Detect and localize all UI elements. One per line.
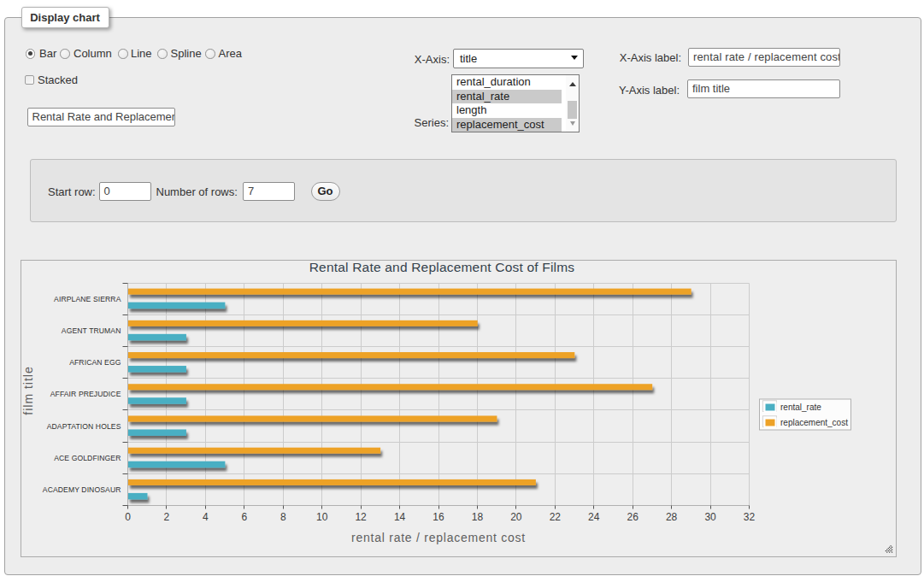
svg-text:32: 32 [744, 511, 756, 523]
svg-text:22: 22 [550, 511, 562, 523]
svg-text:26: 26 [627, 511, 639, 523]
svg-text:16: 16 [433, 511, 444, 523]
svg-text:10: 10 [316, 511, 328, 523]
svg-text:Rental Rate and Replacement Co: Rental Rate and Replacement Cost of Film… [309, 261, 575, 274]
svg-text:24: 24 [588, 511, 600, 523]
svg-text:30: 30 [704, 511, 716, 523]
svg-text:28: 28 [666, 511, 678, 523]
svg-text:rental rate / replacement cost: rental rate / replacement cost [351, 531, 526, 544]
svg-text:rental_rate: rental_rate [780, 403, 821, 412]
svg-text:20: 20 [510, 511, 522, 523]
svg-text:8: 8 [280, 511, 286, 523]
svg-text:6: 6 [241, 511, 247, 523]
svg-text:ADAPTATION HOLES: ADAPTATION HOLES [47, 422, 121, 431]
svg-text:12: 12 [355, 511, 367, 523]
svg-text:14: 14 [394, 511, 406, 523]
svg-text:AGENT TRUMAN: AGENT TRUMAN [62, 326, 121, 335]
svg-text:AFFAIR PREJUDICE: AFFAIR PREJUDICE [50, 390, 121, 398]
svg-text:ACE GOLDFINGER: ACE GOLDFINGER [54, 454, 121, 462]
svg-text:4: 4 [203, 511, 209, 523]
svg-text:film title: film title [21, 366, 35, 414]
svg-text:AIRPLANE SIERRA: AIRPLANE SIERRA [54, 295, 121, 303]
svg-text:replacement_cost: replacement_cost [780, 418, 848, 427]
svg-text:ACADEMY DINOSAUR: ACADEMY DINOSAUR [43, 485, 121, 494]
svg-text:0: 0 [125, 511, 131, 523]
svg-text:2: 2 [164, 511, 170, 523]
svg-text:AFRICAN EGG: AFRICAN EGG [69, 358, 121, 367]
svg-text:18: 18 [472, 511, 484, 523]
